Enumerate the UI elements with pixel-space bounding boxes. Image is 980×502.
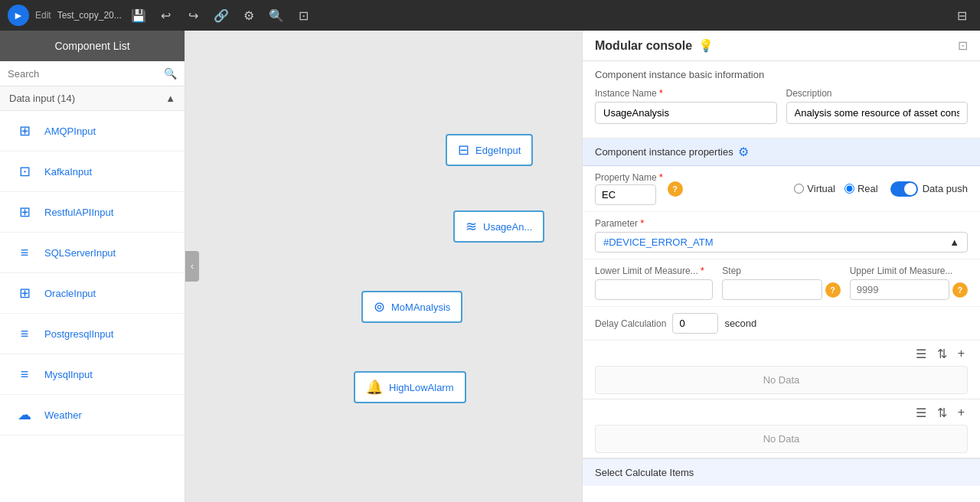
sidebar-group-header[interactable]: Data input (14) ▲ xyxy=(0,86,185,111)
table-add-icon[interactable]: + xyxy=(955,345,968,363)
property-name-input[interactable] xyxy=(595,184,656,205)
table-toolbar-1: ☰ ⇅ + xyxy=(595,345,968,363)
select-calc-section[interactable]: Select Calculate Items xyxy=(583,458,980,486)
link-icon[interactable]: 🔗 xyxy=(211,5,232,26)
sidebar-item-postgresql[interactable]: ≡ PostgresqlInput xyxy=(0,314,185,354)
search-icon[interactable]: 🔍 xyxy=(266,5,287,26)
table-placeholder-1: No Data xyxy=(595,366,968,394)
panel-header: Modular console 💡 ⊡ xyxy=(583,31,980,61)
toolbar-edit-label: Edit xyxy=(35,10,51,21)
chevron-up-icon: ▲ xyxy=(165,93,175,104)
usagean-icon: ≋ xyxy=(466,218,477,235)
step-label: Step xyxy=(722,266,840,276)
parameter-select[interactable]: #DEVICE_ERROR_ATM ▲ xyxy=(595,232,968,253)
restful-icon: ⊞ xyxy=(12,200,37,224)
table-filter-icon[interactable]: ☰ xyxy=(913,345,929,363)
step-input[interactable] xyxy=(722,279,822,300)
props-title: Component instance properties ⚙ xyxy=(595,145,749,159)
canvas-node-usagean[interactable]: ≋ UsageAn... xyxy=(453,210,544,243)
sidebar-search[interactable]: 🔍 xyxy=(0,61,185,86)
postgresql-icon: ≡ xyxy=(12,321,37,346)
edgeinput-icon: ⊟ xyxy=(458,142,469,158)
divider-handle[interactable]: ‹ xyxy=(185,251,199,282)
property-name-wrap: Property Name * ? xyxy=(595,172,788,205)
radio-group: Virtual Real xyxy=(794,183,877,194)
panel-toggle-icon[interactable]: ⊟ xyxy=(951,5,972,26)
mysql-icon: ≡ xyxy=(12,362,37,386)
step-field: Step ? xyxy=(722,266,840,300)
delay-label: Delay Calculation xyxy=(595,318,666,329)
description-input[interactable] xyxy=(786,102,969,124)
sidebar-item-restful[interactable]: ⊞ RestfulAPIInput xyxy=(0,192,185,233)
lower-limit-input[interactable] xyxy=(595,279,713,300)
upper-limit-field: Upper Limit of Measure... ? xyxy=(850,266,968,300)
property-help-icon[interactable]: ? xyxy=(668,181,683,197)
kafka-icon: ⊡ xyxy=(12,159,37,184)
parameter-row: Parameter * #DEVICE_ERROR_ATM ▲ xyxy=(583,212,980,259)
sidebar-items: ⊞ AMQPInput ⊡ KafkaInput ⊞ RestfulAPIInp… xyxy=(0,111,185,502)
step-help-icon[interactable]: ? xyxy=(825,282,841,298)
lower-limit-field: Lower Limit of Measure... * xyxy=(595,266,713,300)
toolbar-logo: ► xyxy=(8,5,29,26)
upper-limit-input[interactable] xyxy=(850,279,949,300)
amqp-icon: ⊞ xyxy=(12,119,37,143)
sidebar-header: Component List xyxy=(0,31,185,61)
sidebar-item-oracle[interactable]: ⊞ OracleInput xyxy=(0,273,185,314)
lower-limit-label: Lower Limit of Measure... * xyxy=(595,266,713,276)
chevron-up-icon: ▲ xyxy=(949,236,959,248)
sidebar-item-mysql[interactable]: ≡ MysqlInput xyxy=(0,354,185,395)
table-section-1: ☰ ⇅ + No Data xyxy=(583,341,980,399)
sidebar-item-amqp[interactable]: ⊞ AMQPInput xyxy=(0,111,185,152)
toolbar: ► Edit Test_copy_20... 💾 ↩ ↪ 🔗 ⚙ 🔍 ⊡ ⊟ xyxy=(0,0,980,31)
instance-name-field: Instance Name * xyxy=(595,88,777,124)
canvas-node-highlowalarm[interactable]: 🔔 HighLowAlarm xyxy=(354,371,466,403)
canvas-node-momanalysis[interactable]: ⊚ MoMAnalysis xyxy=(361,291,462,323)
canvas-node-edgeinput[interactable]: ⊟ EdgeInput xyxy=(446,134,533,166)
sidebar-item-weather[interactable]: ☁ Weather xyxy=(0,395,185,435)
table-sort-icon[interactable]: ⇅ xyxy=(934,345,950,363)
basic-info-section: Component instance basic information Ins… xyxy=(583,61,980,139)
virtual-radio[interactable]: Virtual xyxy=(794,183,835,194)
parameter-value: #DEVICE_ERROR_ATM xyxy=(603,236,714,248)
lightbulb-icon: 💡 xyxy=(698,38,714,53)
table-sort-icon-2[interactable]: ⇅ xyxy=(934,404,950,422)
search-icon: 🔍 xyxy=(164,67,177,80)
data-push-label: Data push xyxy=(923,183,968,194)
oracle-icon: ⊞ xyxy=(12,281,37,305)
weather-icon: ☁ xyxy=(12,403,37,427)
momanalysis-icon: ⊚ xyxy=(374,298,385,315)
save-icon[interactable]: 💾 xyxy=(128,5,149,26)
settings-icon[interactable]: ⚙ xyxy=(238,5,260,26)
table-toolbar-2: ☰ ⇅ + xyxy=(595,404,968,422)
instance-form-row: Instance Name * Description xyxy=(595,88,968,124)
sidebar-item-kafka[interactable]: ⊡ KafkaInput xyxy=(0,152,185,192)
select-icon[interactable]: ⊡ xyxy=(293,5,315,26)
instance-name-input[interactable] xyxy=(595,102,777,124)
table-section-2: ☰ ⇅ + No Data xyxy=(583,399,980,458)
data-push-toggle[interactable] xyxy=(890,181,918,197)
table-filter-icon-2[interactable]: ☰ xyxy=(913,404,929,422)
delay-unit: second xyxy=(724,318,756,329)
real-radio[interactable]: Real xyxy=(844,183,878,194)
table-add-icon-2[interactable]: + xyxy=(955,404,968,422)
sidebar: Component List 🔍 Data input (14) ▲ ⊞ AMQ… xyxy=(0,31,185,502)
toolbar-file-name: Test_copy_20... xyxy=(57,10,122,21)
highlowalarm-icon: 🔔 xyxy=(366,379,383,396)
canvas-area[interactable]: ‹ ⊟ EdgeInput ≋ UsageAn... ⊚ MoMAnalysis… xyxy=(185,31,582,502)
basic-info-title: Component instance basic information xyxy=(595,69,968,80)
redo-icon[interactable]: ↪ xyxy=(183,5,204,26)
props-header: Component instance properties ⚙ xyxy=(583,139,980,166)
props-gear-icon: ⚙ xyxy=(738,145,749,159)
delay-input[interactable] xyxy=(672,313,718,334)
main-layout: Component List 🔍 Data input (14) ▲ ⊞ AMQ… xyxy=(0,31,980,502)
undo-icon[interactable]: ↩ xyxy=(155,5,177,26)
sqlserver-icon: ≡ xyxy=(12,240,37,265)
search-input[interactable] xyxy=(8,68,159,80)
description-field: Description xyxy=(786,88,969,124)
sidebar-item-sqlserver[interactable]: ≡ SQLServerInput xyxy=(0,233,185,273)
upper-limit-help-icon[interactable]: ? xyxy=(952,282,968,298)
instance-name-label: Instance Name * xyxy=(595,88,777,99)
panel-close-icon[interactable]: ⊡ xyxy=(958,38,968,53)
measure-row: Lower Limit of Measure... * Step ? Upper… xyxy=(583,259,980,307)
parameter-label: Parameter * xyxy=(595,218,968,229)
